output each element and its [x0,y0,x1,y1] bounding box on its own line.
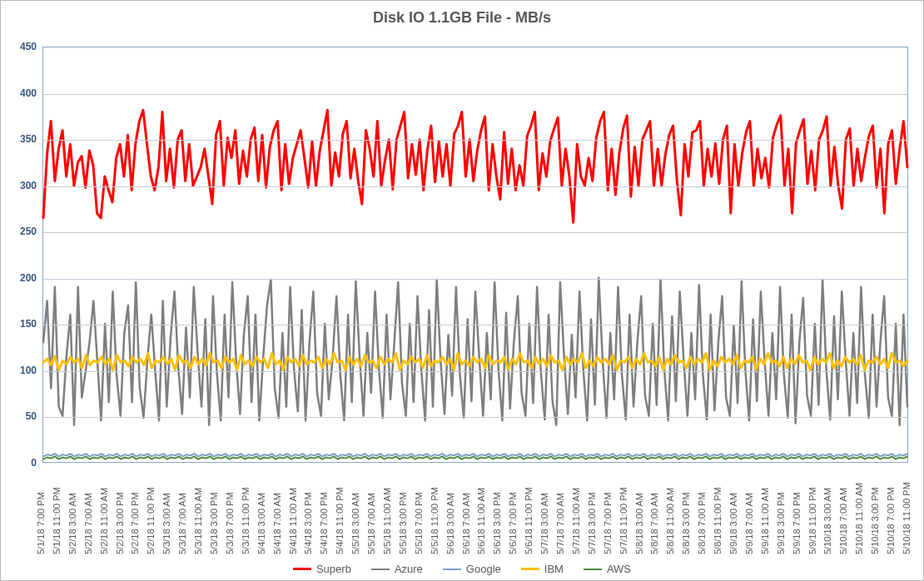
x-tick-label: 5/9/18 3:00 AM [728,493,738,554]
plot-area [42,47,908,463]
x-tick-label: 5/8/18 11:00 PM [713,487,723,554]
legend-swatch [521,568,539,570]
x-tick-label: 5/6/18 7:00 PM [508,492,518,554]
x-tick-label: 5/10/18 3:00 PM [870,487,880,554]
legend-swatch [371,569,390,570]
x-tick-label: 5/5/18 3:00 AM [350,493,360,554]
x-tick-label: 5/2/18 7:00 PM [130,492,140,554]
grid-line [43,140,907,141]
x-tick-label: 5/9/18 7:00 PM [792,492,802,554]
legend-label: Azure [395,563,423,575]
x-tick-label: 5/10/18 7:00 AM [838,488,848,554]
legend-item-aws: AWS [584,563,631,575]
x-tick-label: 5/9/18 7:00 AM [744,493,754,554]
series-azure [43,278,907,425]
chart-lines [43,47,907,462]
series-aws [43,456,907,459]
y-tick-label: 300 [3,180,37,191]
x-tick-label: 5/6/18 7:00 AM [461,493,471,554]
grid-line [43,279,907,280]
grid-line [43,186,907,187]
x-tick-label: 5/2/18 3:00 AM [67,493,77,554]
x-tick-label: 5/4/18 3:00 PM [303,492,313,554]
x-tick-label: 5/8/18 3:00 AM [634,493,644,554]
x-tick-label: 5/2/18 7:00 AM [83,493,93,554]
x-tick-label: 5/7/18 11:00 PM [618,487,628,554]
x-tick-label: 5/9/18 11:00 AM [760,488,770,554]
x-tick-label: 5/7/18 11:00 AM [571,488,581,554]
x-tick-label: 5/6/18 11:00 AM [476,488,486,554]
x-tick-label: 5/4/18 7:00 AM [272,493,282,554]
grid-line [43,232,907,233]
legend-swatch [443,569,461,570]
x-tick-label: 5/10/18 3:00 AM [822,488,832,554]
x-tick-label: 5/8/18 3:00 PM [681,492,691,554]
x-tick-label: 5/1/18 11:00 PM [52,487,62,554]
legend-item-ibm: IBM [521,563,564,575]
x-tick-label: 5/2/18 11:00 AM [99,488,109,554]
legend-label: Superb [316,563,351,575]
x-tick-label: 5/3/18 11:00 PM [241,487,251,554]
x-tick-label: 5/3/18 11:00 AM [193,488,203,554]
grid-line [43,94,907,95]
legend-label: AWS [607,563,631,575]
x-tick-label: 5/3/18 3:00 PM [209,492,219,554]
chart-title: Disk IO 1.1GB File - MB/s [1,9,923,27]
chart-container: Disk IO 1.1GB File - MB/s 05010015020025… [0,0,924,581]
x-tick-label: 5/9/18 11:00 PM [807,487,817,554]
series-google [43,454,907,456]
x-tick-label: 5/10/18 11:00 AM [854,483,864,554]
x-tick-label: 5/6/18 3:00 AM [445,493,455,554]
y-tick-label: 0 [3,457,37,469]
chart-legend: SuperbAzureGoogleIBMAWS [1,563,923,575]
y-tick-label: 200 [3,272,37,284]
y-tick-label: 400 [3,87,37,99]
x-tick-label: 5/1/18 7:00 PM [36,492,46,554]
legend-swatch [584,569,602,570]
y-tick-label: 150 [3,318,37,330]
x-tick-label: 5/5/18 7:00 AM [366,493,376,554]
x-tick-label: 5/4/18 11:00 AM [288,488,298,554]
y-tick-label: 450 [3,41,37,52]
y-tick-label: 100 [3,365,37,376]
y-tick-label: 50 [3,410,37,422]
x-tick-label: 5/9/18 3:00 PM [776,492,786,554]
x-tick-label: 5/6/18 11:00 PM [524,487,534,554]
y-tick-label: 350 [3,133,37,145]
legend-item-azure: Azure [371,563,423,575]
x-tick-label: 5/5/18 11:00 PM [430,487,440,554]
y-tick-label: 250 [3,226,37,237]
series-superb [43,110,907,222]
x-tick-label: 5/6/18 3:00 PM [492,492,502,554]
x-tick-label: 5/8/18 11:00 AM [665,488,675,554]
x-tick-label: 5/2/18 3:00 PM [115,492,125,554]
x-tick-label: 5/10/18 7:00 PM [886,487,896,554]
legend-label: Google [466,563,501,575]
x-axis: 5/1/18 7:00 PM5/1/18 11:00 PM5/2/18 3:00… [42,467,908,554]
x-tick-label: 5/3/18 7:00 PM [225,492,235,554]
x-tick-label: 5/2/18 11:00 PM [146,487,156,554]
x-tick-label: 5/4/18 7:00 PM [319,492,329,554]
x-tick-label: 5/5/18 3:00 PM [398,492,408,554]
x-tick-label: 5/10/18 11:00 PM [902,482,912,554]
x-tick-label: 5/4/18 11:00 PM [335,487,345,554]
x-tick-label: 5/3/18 7:00 AM [177,493,187,554]
x-tick-label: 5/3/18 3:00 AM [161,493,171,554]
grid-line [43,417,907,418]
x-tick-label: 5/8/18 7:00 AM [649,493,659,554]
x-tick-label: 5/4/18 3:00 AM [256,493,266,554]
x-tick-label: 5/7/18 7:00 AM [555,493,565,554]
x-tick-label: 5/7/18 7:00 PM [603,492,613,554]
x-tick-label: 5/7/18 3:00 AM [539,493,549,554]
grid-line [43,371,907,372]
legend-swatch [293,568,311,570]
x-tick-label: 5/8/18 7:00 PM [697,492,707,554]
x-tick-label: 5/7/18 3:00 PM [587,492,597,554]
x-tick-label: 5/5/18 11:00 AM [382,488,392,554]
legend-item-google: Google [443,563,501,575]
x-tick-label: 5/5/18 7:00 PM [414,492,424,554]
legend-item-superb: Superb [293,563,351,575]
grid-line [43,325,907,325]
legend-label: IBM [544,563,564,575]
